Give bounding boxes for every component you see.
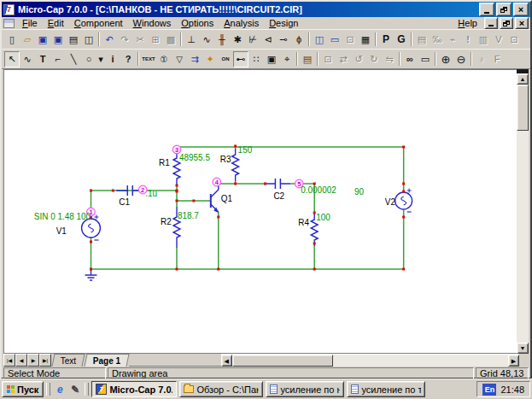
ground-component-button[interactable]: ⊥ xyxy=(184,32,199,48)
scroll-down-button[interactable]: ▼ xyxy=(517,343,529,354)
find-button[interactable]: ∞ xyxy=(402,51,418,67)
cascade-windows-button[interactable]: ⊡ xyxy=(342,32,358,48)
help-topic-button[interactable]: ! xyxy=(460,32,476,48)
ground-symbol[interactable] xyxy=(85,269,97,280)
line-mode-button[interactable]: ╲ xyxy=(66,51,81,67)
show-text-button[interactable]: TEXT xyxy=(141,51,156,67)
zoom-in-button[interactable]: ⊕ xyxy=(438,51,453,67)
font-button[interactable]: F xyxy=(489,51,505,67)
capacitor-component-button[interactable]: ╫ xyxy=(214,32,230,48)
quicklaunch-gripper[interactable] xyxy=(46,383,50,396)
mirror-box-button[interactable]: ⇄ xyxy=(336,51,351,67)
mdi-restore-button[interactable] xyxy=(500,17,513,29)
step-box-button[interactable]: ⊡ xyxy=(320,51,336,67)
part-name-label[interactable]: R3 xyxy=(220,155,231,164)
show-cross-cursor-button[interactable]: ⌖ xyxy=(279,51,295,67)
menu-edit[interactable]: Edit xyxy=(43,18,69,28)
calculator-button[interactable]: ▦ xyxy=(358,32,373,48)
desktop-pen-icon[interactable]: ✎ xyxy=(68,383,82,396)
new-file-button[interactable]: ▯ xyxy=(4,32,20,48)
show-node-voltages-button[interactable]: ▽ xyxy=(172,51,187,67)
language-indicator[interactable]: En xyxy=(482,384,496,396)
schematic-canvas[interactable]: 12345V1C1R1R2R3Q1C2R4V2SIN 0 1.48 100.1u… xyxy=(3,69,517,354)
copy-button[interactable]: ⊞ xyxy=(148,32,163,48)
part-name-label[interactable]: C2 xyxy=(273,191,284,201)
source-component-button[interactable]: ϕ xyxy=(291,32,307,48)
part-name-label[interactable]: Q1 xyxy=(221,194,233,203)
part-value-label[interactable]: 100 xyxy=(316,213,330,222)
info-mode-button[interactable]: i xyxy=(105,51,120,67)
menu-component[interactable]: Component xyxy=(69,18,128,28)
internet-explorer-icon[interactable]: e xyxy=(53,383,67,396)
horizontal-scroll-track[interactable] xyxy=(333,355,508,367)
part-value-label[interactable]: 818.7 xyxy=(178,211,199,220)
part-name-label[interactable]: R1 xyxy=(159,158,170,167)
part-name-label[interactable]: V2 xyxy=(385,197,396,207)
resistor-component-button[interactable]: ∿ xyxy=(199,32,214,48)
part-value-label[interactable]: 90 xyxy=(354,187,365,197)
menu-file[interactable]: File xyxy=(17,18,43,28)
shape-dropdown-button[interactable]: ▾ xyxy=(96,51,105,67)
inductor-component-button[interactable]: ✱ xyxy=(230,32,245,48)
cut-button[interactable]: ✂ xyxy=(132,32,148,48)
document-icon[interactable] xyxy=(3,19,15,28)
menu-options[interactable]: Options xyxy=(176,18,219,28)
g-shortcut-button[interactable]: G xyxy=(394,32,409,48)
mdi-close-button[interactable]: × xyxy=(515,17,529,29)
tab-nav-3[interactable]: ▶| xyxy=(39,354,51,367)
taskbar-button[interactable]: Обзор - C:\Панк... xyxy=(179,381,263,397)
maximize-window-button[interactable]: ▭ xyxy=(327,32,342,48)
menu-help[interactable]: Help xyxy=(453,18,482,28)
menu-design[interactable]: Design xyxy=(264,18,303,28)
taskbar-button[interactable]: усиление по ток... xyxy=(347,381,425,397)
connector-component-button[interactable]: ⊸ xyxy=(276,32,291,48)
text-mode-button[interactable]: T xyxy=(35,51,50,67)
zoom-out-button[interactable]: ⊖ xyxy=(453,51,469,67)
vertical-scroll-thumb[interactable] xyxy=(517,85,529,131)
part-name-label[interactable]: R2 xyxy=(161,217,172,226)
clock[interactable]: 21:48 xyxy=(500,384,524,395)
part-name-label[interactable]: R4 xyxy=(298,218,309,227)
horizontal-scrollbar[interactable]: ◀ ▶ xyxy=(221,354,519,367)
flip-x-button[interactable]: ⇋ xyxy=(382,51,397,67)
show-node-numbers-button[interactable]: ① xyxy=(156,51,172,67)
taskbar-button[interactable]: 7Micro-Cap 7.0... xyxy=(91,381,177,397)
horizontal-scroll-thumb[interactable] xyxy=(232,355,333,367)
component-mode-button[interactable]: ∿ xyxy=(20,51,35,67)
start-button[interactable]: Пуск xyxy=(2,381,44,397)
part-name-label[interactable]: C1 xyxy=(119,197,130,207)
properties-button[interactable]: ▤ xyxy=(300,51,315,67)
tab-nav-2[interactable]: ▶ xyxy=(27,354,39,367)
shape-mode-button[interactable]: ○ xyxy=(81,51,96,67)
mdi-minimize-button[interactable] xyxy=(484,17,498,29)
rotate-button[interactable]: ↺ xyxy=(351,51,366,67)
print-button[interactable]: ▤ xyxy=(66,32,81,48)
restore-button[interactable] xyxy=(496,3,512,16)
open-file-button[interactable]: ▱ xyxy=(20,32,35,48)
scroll-left-button[interactable]: ◀ xyxy=(221,355,232,367)
split-windows-button[interactable]: ◫ xyxy=(312,32,327,48)
part-value-label[interactable]: 48955.5 xyxy=(179,153,210,162)
part-value-label[interactable]: 150 xyxy=(238,145,253,155)
print-preview-button[interactable]: ◫ xyxy=(81,32,96,48)
probe-window-button[interactable]: V xyxy=(491,32,506,48)
preview-window-button[interactable]: ▭ xyxy=(418,51,433,67)
show-pin-connections-button[interactable]: ⊷ xyxy=(233,51,248,67)
model-window-button[interactable]: ⊡ xyxy=(506,32,522,48)
capacitor-symbol[interactable] xyxy=(265,179,290,189)
show-grid-button[interactable]: ∷ xyxy=(248,51,264,67)
package-editor-button[interactable]: ⌁ xyxy=(445,32,460,48)
vertical-scroll-track[interactable] xyxy=(517,131,529,343)
show-border-button[interactable]: ▣ xyxy=(264,51,279,67)
tab-page-1[interactable]: Page 1 xyxy=(85,354,130,367)
menu-windows[interactable]: Windows xyxy=(128,18,177,28)
tasks-gripper[interactable] xyxy=(85,383,89,396)
undo-button[interactable]: ↶ xyxy=(102,32,117,48)
flip-y-button[interactable]: ↻ xyxy=(366,51,382,67)
redo-button[interactable]: ↷ xyxy=(117,32,132,48)
transistor-component-button[interactable]: ⊬ xyxy=(245,32,260,48)
tab-nav-0[interactable]: |◀ xyxy=(3,354,15,367)
part-value-label[interactable]: SIN 0 1.48 100 xyxy=(34,212,91,221)
close-button[interactable]: × xyxy=(513,3,529,16)
save-file-button[interactable]: ▣ xyxy=(35,32,50,48)
